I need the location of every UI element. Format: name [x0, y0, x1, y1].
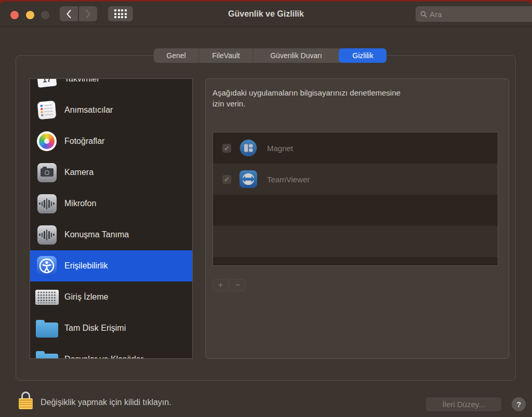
sidebar-item-label: Konuşma Tanıma [64, 230, 129, 239]
tab-genel[interactable]: Genel [154, 48, 198, 63]
sidebar-item-dosyalar-ve-klasorler[interactable]: Dosyalar ve Klasörler [30, 344, 192, 359]
chevron-left-icon [66, 9, 72, 19]
sidebar-item-erisilebilirlik[interactable]: Erişilebilirlik [30, 250, 192, 281]
minimize-window-button[interactable] [26, 11, 34, 19]
show-all-preferences-button[interactable] [108, 6, 133, 21]
keyboard-icon [33, 290, 60, 305]
sidebar-item-fotograflar[interactable]: Fotoğraflar [30, 126, 192, 157]
sidebar-item-animsaticilar[interactable]: Anımsatıcılar [30, 95, 192, 126]
advanced-button[interactable]: İleri Düzey... [426, 397, 501, 411]
tab-guvenlik-duvari[interactable]: Güvenlik Duvarı [253, 48, 339, 63]
microphone-icon [33, 194, 60, 213]
calendar-icon: 17 [33, 78, 60, 87]
security-privacy-window: Güvenlik ve Gizlilik GenelFileVaultGüven… [0, 2, 532, 417]
photos-icon [33, 131, 60, 151]
teamviewer-icon [240, 170, 257, 188]
sidebar-item-mikrofon[interactable]: Mikrofon [30, 188, 192, 219]
app-row-magnet: Magnet [213, 132, 498, 164]
add-app-button[interactable]: + [212, 279, 229, 291]
accessibility-icon [33, 256, 60, 276]
add-remove-group: + − [212, 279, 246, 291]
desktop: { "titlebar": { "title": "Güvenlik ve Gi… [0, 0, 532, 417]
sidebar-item-label: Kamera [64, 168, 94, 177]
sidebar-item-kamera[interactable]: Kamera [30, 157, 192, 188]
app-checkbox-magnet[interactable] [222, 144, 231, 153]
privacy-sidebar: 17TakvimlerAnımsatıcılarFotoğraflarKamer… [30, 78, 193, 359]
reminders-icon [33, 101, 60, 119]
tab-gizlilik[interactable]: Gizlilik [339, 48, 387, 63]
app-row-empty [213, 226, 498, 257]
sidebar-item-label: Tam Disk Erişimi [64, 324, 126, 333]
speech-recognition-icon [33, 225, 60, 245]
search-field[interactable] [416, 6, 532, 22]
sidebar-item-label: Giriş İzleme [64, 292, 108, 302]
panel-description: Aşağıdaki uygulamaların bilgisayarınızı … [212, 87, 401, 109]
chevron-right-icon [85, 9, 91, 19]
privacy-category-list: 17TakvimlerAnımsatıcılarFotoğraflarKamer… [30, 78, 192, 359]
lock-body [19, 398, 33, 409]
sidebar-item-tam-disk-erisimi[interactable]: Tam Disk Erişimi [30, 313, 192, 344]
sidebar-item-label: Takvimler [64, 78, 100, 84]
lock-shackle [21, 392, 30, 399]
window-title: Güvenlik ve Gizlilik [228, 9, 304, 19]
sidebar-item-label: Mikrofon [64, 199, 96, 208]
tab-filevault[interactable]: FileVault [198, 48, 253, 63]
help-button[interactable]: ? [512, 397, 526, 411]
titlebar: Güvenlik ve Gizlilik [0, 2, 532, 27]
zoom-window-button[interactable] [41, 11, 49, 19]
back-button[interactable] [60, 6, 78, 21]
lock-message: Değişiklik yapmak için kilidi tıklayın. [41, 398, 171, 407]
app-name: Magnet [267, 144, 293, 153]
sidebar-item-label: Erişilebilirlik [64, 261, 108, 271]
app-row-teamviewer: TeamViewer [213, 164, 498, 195]
sidebar-item-label: Fotoğraflar [64, 137, 104, 146]
search-icon [420, 11, 427, 18]
app-checkbox-teamviewer[interactable] [222, 175, 231, 184]
folder-icon [33, 350, 60, 359]
tab-bar: GenelFileVaultGüvenlik DuvarıGizlilik [154, 48, 387, 63]
sidebar-item-takvimler[interactable]: 17Takvimler [30, 78, 192, 95]
privacy-panel: Aşağıdaki uygulamaların bilgisayarınızı … [205, 78, 509, 359]
forward-button[interactable] [79, 6, 97, 21]
sidebar-item-konusma-tanima[interactable]: Konuşma Tanıma [30, 219, 192, 250]
remove-app-button[interactable]: − [230, 279, 246, 291]
app-row-empty [213, 195, 498, 226]
close-window-button[interactable] [10, 11, 19, 19]
app-name: TeamViewer [267, 175, 310, 184]
camera-icon [33, 163, 60, 182]
folder-icon [33, 319, 60, 338]
calendar-day: 17 [42, 78, 51, 84]
sidebar-item-label: Anımsatıcılar [64, 105, 113, 115]
grid-icon [114, 9, 127, 18]
app-row-empty [213, 257, 498, 266]
allowed-apps-list: MagnetTeamViewer [212, 132, 498, 266]
sidebar-item-label: Dosyalar ve Klasörler [64, 355, 143, 359]
search-input[interactable] [430, 10, 532, 19]
sidebar-item-giris-izleme[interactable]: Giriş İzleme [30, 281, 192, 313]
magnet-icon [240, 139, 257, 157]
lock-icon[interactable] [19, 392, 33, 409]
